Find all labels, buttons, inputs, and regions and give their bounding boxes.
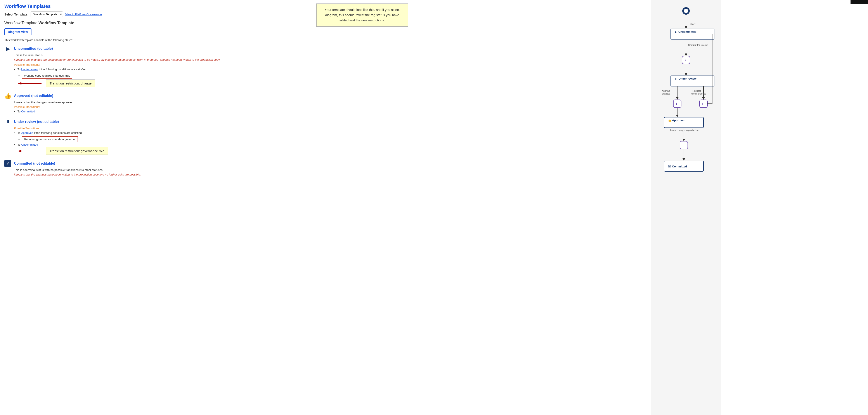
svg-marker-28 — [676, 115, 679, 117]
svg-text:Approve: Approve — [662, 90, 670, 92]
pause-icon: ⏸ — [4, 118, 11, 125]
black-bar — [850, 0, 868, 4]
transition-item: To Under review if the following conditi… — [18, 68, 647, 78]
state-uncommitted: ▶ Uncommitted (editable) This is the ini… — [4, 45, 647, 87]
svg-text:Under review: Under review — [679, 77, 697, 80]
approved-desc: It means that the changes have been appr… — [4, 101, 647, 104]
workflow-diagram: start ▶ Uncommitted Commit for review ℹ … — [658, 4, 714, 183]
condition-highlight-2: Required governance role: data governor — [22, 136, 78, 142]
diagram-panel: start ▶ Uncommitted Commit for review ℹ … — [651, 0, 721, 415]
arrow-2 — [18, 148, 44, 154]
state-committed: ✔ Committed (not editable) This is a ter… — [4, 160, 647, 176]
svg-text:Commit for review: Commit for review — [688, 44, 708, 46]
condition-highlight-1: Working copy requires changes: true — [22, 73, 72, 78]
template-select[interactable]: Workflow Template — [31, 11, 63, 17]
select-label: Select Template: — [4, 13, 28, 16]
svg-text:further changes: further changes — [691, 93, 706, 95]
uncommitted-note: It means that changes are being made or … — [4, 58, 647, 61]
committed-note: It means that the changes have been writ… — [4, 173, 647, 176]
svg-text:ℹ: ℹ — [702, 102, 703, 105]
approved-link[interactable]: Approved — [21, 131, 33, 135]
arrow-1 — [18, 80, 44, 87]
svg-point-2 — [684, 9, 688, 13]
svg-text:Uncommitted: Uncommitted — [678, 30, 696, 33]
transition-to-uncommitted: To Uncommitted — [18, 143, 647, 146]
svg-rect-38 — [680, 141, 688, 149]
tooltip-box: Your template should look like this, and… — [316, 3, 408, 27]
uncommitted-desc: This is the initial status. — [4, 54, 647, 57]
svg-text:⏸: ⏸ — [675, 77, 677, 80]
svg-text:☑: ☑ — [668, 165, 671, 168]
start-label: start — [690, 23, 695, 26]
committed-desc: This is a terminal status with no possib… — [4, 168, 647, 172]
approved-transitions-label: Possible Transitions: — [4, 105, 647, 108]
diagram-view-button[interactable]: Diagram View — [4, 28, 31, 35]
svg-marker-20 — [702, 97, 705, 100]
states-desc: This workflow template consists of the f… — [4, 38, 647, 42]
commit-node — [682, 56, 690, 64]
committed-link[interactable]: Committed — [21, 110, 35, 113]
transition-to-committed: To Committed — [18, 110, 647, 113]
svg-marker-37 — [683, 139, 685, 141]
check-icon: ✔ — [4, 160, 11, 167]
state-approved: 👍 Approved (not editable) It means that … — [4, 92, 647, 113]
svg-text:Request: Request — [692, 90, 701, 92]
view-in-platform-link[interactable]: View in Platform Governance — [65, 13, 102, 16]
approved-state-name: Approved (not editable) — [14, 94, 53, 98]
annotation-governance: Transition restriction: governance role — [46, 147, 108, 155]
svg-marker-12 — [685, 73, 687, 76]
svg-text:👍: 👍 — [668, 118, 671, 122]
uncommitted-transitions-label: Possible Transitions: — [4, 63, 647, 66]
main-content: Workflow Templates Your template should … — [0, 0, 651, 415]
svg-text:Approved: Approved — [672, 118, 685, 122]
svg-rect-25 — [700, 100, 707, 108]
svg-rect-23 — [673, 100, 681, 108]
under-review-transitions-list: To Approved if the following conditions … — [4, 131, 647, 146]
transition-to-approved: To Approved if the following conditions … — [18, 131, 647, 142]
under-review-state-name: Under review (not editable) — [14, 120, 59, 124]
svg-marker-41 — [683, 158, 685, 161]
thumbsup-icon: 👍 — [4, 92, 11, 99]
state-under-review: ⏸ Under review (not editable) Possible T… — [4, 118, 647, 155]
svg-text:▶: ▶ — [675, 31, 677, 33]
play-icon: ▶ — [4, 45, 11, 52]
committed-state-name: Committed (not editable) — [14, 162, 55, 166]
annotation-change: Transition restriction: change — [46, 79, 95, 87]
svg-marker-8 — [685, 54, 687, 56]
svg-text:Committed: Committed — [672, 165, 687, 168]
under-review-transitions-label: Possible Transitions: — [4, 127, 647, 130]
svg-text:ℹ: ℹ — [683, 144, 684, 147]
approved-transitions-list: To Committed — [4, 110, 647, 113]
uncommitted-state-name: Uncommitted (editable) — [14, 47, 53, 50]
svg-text:ℹ: ℹ — [685, 59, 686, 62]
svg-marker-16 — [676, 97, 679, 100]
uncommitted-link[interactable]: Uncommitted — [21, 143, 38, 146]
svg-text:ℹ: ℹ — [676, 102, 677, 105]
svg-marker-4 — [685, 26, 687, 29]
uncommitted-transitions-list: To Under review if the following conditi… — [4, 68, 647, 78]
svg-text:changes: changes — [662, 93, 670, 95]
under-review-link[interactable]: Under review — [21, 68, 38, 71]
